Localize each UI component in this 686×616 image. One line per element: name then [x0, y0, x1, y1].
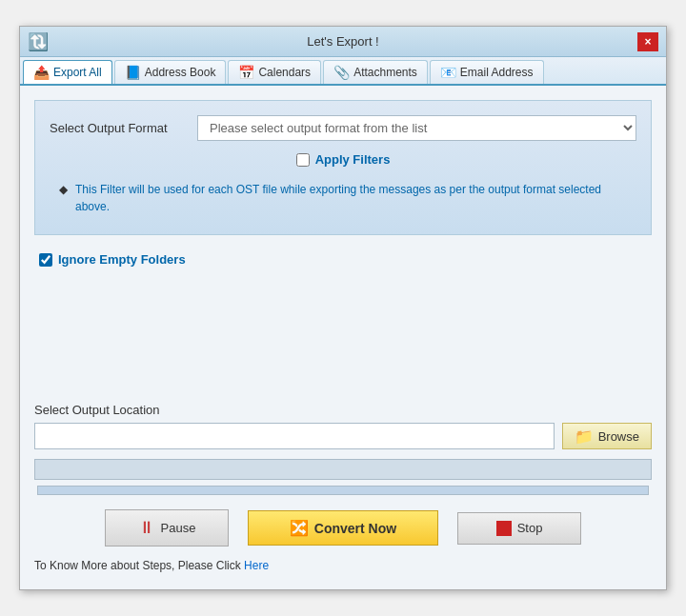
footer-text: To Know More about Steps, Please Click: [34, 559, 244, 572]
pause-button[interactable]: ⏸ Pause: [105, 509, 229, 546]
tab-email-address-label: Email Address: [460, 66, 534, 79]
close-button[interactable]: ×: [637, 32, 658, 51]
tab-bar: 📤 Export All 📘 Address Book 📅 Calendars …: [20, 57, 666, 86]
filter-row: Apply Filters: [50, 152, 636, 167]
progress-track: [37, 486, 649, 495]
tab-export-all[interactable]: 📤 Export All: [23, 60, 112, 84]
tab-attachments[interactable]: 📎 Attachments: [323, 60, 428, 84]
footer: To Know More about Steps, Please Click H…: [34, 556, 652, 575]
attachments-icon: 📎: [333, 65, 350, 80]
browse-icon: 📁: [575, 427, 594, 446]
apply-filters-label: Apply Filters: [315, 152, 391, 167]
ignore-empty-checkbox[interactable]: [39, 253, 52, 267]
format-section: Select Output Format Please select outpu…: [34, 100, 652, 235]
tab-address-book-label: Address Book: [145, 66, 216, 79]
tab-export-all-label: Export All: [53, 66, 102, 79]
title-bar-left: 🔃: [28, 31, 54, 52]
convert-button[interactable]: 🔀 Convert Now: [248, 510, 438, 546]
format-row: Select Output Format Please select outpu…: [50, 115, 636, 141]
middle-space: [34, 274, 652, 398]
progress-section: [34, 459, 652, 495]
format-label: Select Output Format: [50, 121, 183, 135]
ignore-empty-row: Ignore Empty Folders: [34, 245, 652, 274]
format-select[interactable]: Please select output format from the lis…: [197, 115, 636, 141]
stop-icon: [496, 521, 512, 536]
address-book-icon: 📘: [125, 65, 141, 80]
main-content: Select Output Format Please select outpu…: [20, 86, 666, 589]
browse-button[interactable]: 📁 Browse: [562, 423, 652, 449]
pause-icon: ⏸: [138, 518, 155, 538]
footer-link[interactable]: Here: [244, 559, 269, 572]
browse-label: Browse: [598, 429, 639, 444]
tab-calendars-label: Calendars: [258, 66, 311, 79]
filter-info-text: This Filter will be used for each OST fi…: [75, 181, 627, 215]
apply-filters-checkbox[interactable]: [296, 153, 310, 167]
diamond-icon: ◆: [59, 183, 68, 196]
location-section: Select Output Location 📁 Browse: [34, 403, 652, 449]
email-address-icon: 📧: [440, 65, 456, 80]
pause-label: Pause: [161, 521, 196, 535]
window-title: Let's Export !: [307, 34, 378, 49]
app-icon: 🔃: [28, 31, 49, 52]
tab-attachments-label: Attachments: [353, 66, 417, 79]
convert-icon: 🔀: [290, 519, 309, 537]
main-window: 🔃 Let's Export ! × 📤 Export All 📘 Addres…: [19, 26, 667, 590]
stop-button[interactable]: Stop: [457, 512, 581, 545]
location-label: Select Output Location: [34, 403, 652, 417]
title-bar: 🔃 Let's Export ! ×: [20, 27, 666, 57]
tab-email-address[interactable]: 📧 Email Address: [430, 60, 544, 84]
location-input[interactable]: [34, 423, 555, 449]
buttons-row: ⏸ Pause 🔀 Convert Now Stop: [34, 509, 652, 546]
tab-calendars[interactable]: 📅 Calendars: [228, 60, 321, 84]
filter-info: ◆ This Filter will be used for each OST …: [50, 176, 636, 220]
progress-bar-container: [34, 459, 652, 480]
calendars-icon: 📅: [238, 65, 254, 80]
location-row: 📁 Browse: [34, 423, 652, 449]
ignore-empty-label: Ignore Empty Folders: [58, 252, 186, 267]
convert-label: Convert Now: [314, 521, 396, 536]
export-all-icon: 📤: [33, 65, 50, 80]
stop-label: Stop: [517, 521, 543, 535]
tab-address-book[interactable]: 📘 Address Book: [114, 60, 227, 84]
